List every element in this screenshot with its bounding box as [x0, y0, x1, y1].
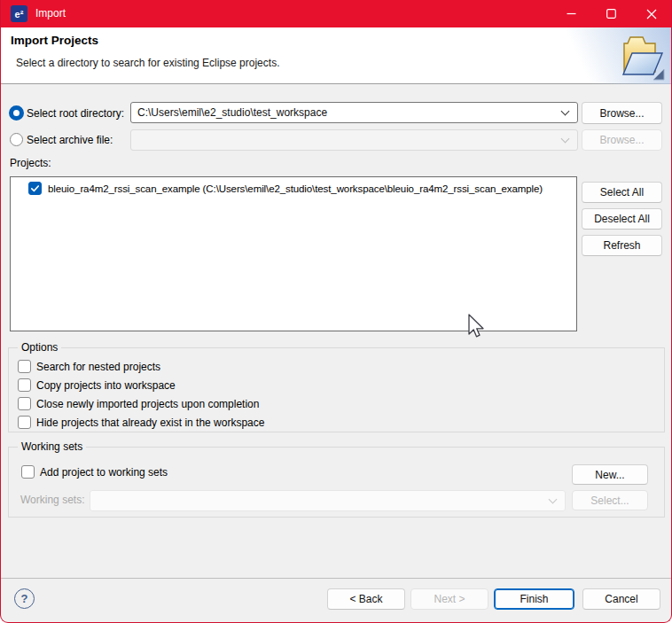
add-to-working-sets-checkbox[interactable] [21, 465, 35, 479]
select-working-set-button: Select... [572, 490, 648, 510]
next-label: Next > [434, 593, 465, 605]
window-title: Import [35, 0, 66, 27]
browse-archive-label: Browse... [599, 134, 644, 146]
deselect-all-button[interactable]: Deselect All [582, 208, 662, 230]
back-label: < Back [349, 593, 382, 605]
close-button[interactable] [631, 0, 671, 27]
options-legend: Options [18, 341, 61, 354]
root-directory-combobox[interactable]: C:\Users\emil\e2_studio\test_workspace [130, 102, 578, 123]
close-imported-label: Close newly imported projects upon compl… [36, 398, 259, 410]
search-nested-checkbox[interactable] [18, 360, 31, 373]
browse-root-label: Browse... [599, 107, 644, 120]
finish-label: Finish [520, 593, 548, 605]
mouse-cursor [467, 314, 485, 344]
check-icon [29, 183, 41, 194]
add-to-working-sets-label: Add project to working sets [40, 466, 168, 479]
minimize-button[interactable] [551, 0, 591, 27]
select-root-directory-radio[interactable] [9, 105, 24, 121]
select-archive-file-radio[interactable] [10, 133, 23, 146]
close-icon [646, 9, 657, 19]
projects-list[interactable]: bleuio_ra4m2_rssi_scan_example (C:\Users… [10, 176, 577, 331]
root-directory-value: C:\Users\emil\e2_studio\test_workspace [137, 106, 327, 119]
project-checkbox[interactable] [28, 182, 42, 195]
next-button: Next > [410, 588, 488, 610]
deselect-all-label: Deselect All [594, 213, 650, 225]
maximize-icon [606, 9, 616, 19]
search-nested-label: Search for nested projects [36, 361, 160, 373]
close-imported-checkbox[interactable] [18, 397, 31, 410]
import-dialog-window: e² Import Import Projects Select a direc… [0, 0, 672, 623]
question-mark-icon: ? [21, 592, 28, 605]
browse-root-button[interactable]: Browse... [582, 102, 662, 124]
page-title: Import Projects [11, 34, 98, 47]
chevron-down-icon [549, 495, 558, 504]
new-working-set-label: New... [595, 469, 624, 481]
working-sets-legend: Working sets [18, 440, 86, 453]
minimize-icon [567, 9, 576, 19]
list-item[interactable]: bleuio_ra4m2_rssi_scan_example (C:\Users… [11, 181, 576, 199]
new-working-set-button[interactable]: New... [572, 464, 648, 485]
cancel-label: Cancel [605, 593, 637, 605]
working-sets-combobox [90, 490, 566, 511]
footer-divider [1, 578, 671, 579]
chevron-down-icon [561, 107, 570, 116]
project-item-label: bleuio_ra4m2_rssi_scan_example (C:\Users… [48, 183, 543, 194]
help-button[interactable]: ? [14, 588, 35, 609]
copy-projects-checkbox[interactable] [18, 378, 31, 392]
page-subtitle: Select a directory to search for existin… [16, 57, 279, 69]
title-bar: e² Import [1, 0, 671, 27]
refresh-label: Refresh [603, 239, 640, 252]
finish-button[interactable]: Finish [494, 588, 574, 610]
dialog-header: Import Projects Select a directory to se… [1, 27, 671, 84]
app-icon-text: e² [15, 9, 24, 19]
archive-file-combobox [130, 129, 578, 151]
projects-label: Projects: [10, 157, 51, 169]
copy-projects-label: Copy projects into workspace [36, 379, 176, 392]
back-button[interactable]: < Back [327, 588, 405, 610]
hide-existing-checkbox[interactable] [18, 416, 31, 429]
window-controls [551, 0, 671, 27]
select-archive-file-label: Select archive file: [27, 134, 113, 146]
select-all-button[interactable]: Select All [582, 182, 662, 203]
select-all-label: Select All [600, 186, 644, 199]
e2-studio-app-icon: e² [11, 5, 27, 22]
refresh-button[interactable]: Refresh [582, 235, 662, 256]
maximize-button[interactable] [591, 0, 631, 27]
browse-archive-button: Browse... [582, 129, 662, 151]
cancel-button[interactable]: Cancel [582, 588, 660, 610]
hide-existing-label: Hide projects that already exist in the … [36, 417, 264, 429]
open-folder-icon [613, 29, 667, 86]
chevron-down-icon [561, 135, 570, 144]
select-root-directory-label: Select root directory: [27, 107, 124, 120]
working-sets-field-label: Working sets: [20, 494, 84, 506]
select-working-set-label: Select... [590, 495, 629, 507]
